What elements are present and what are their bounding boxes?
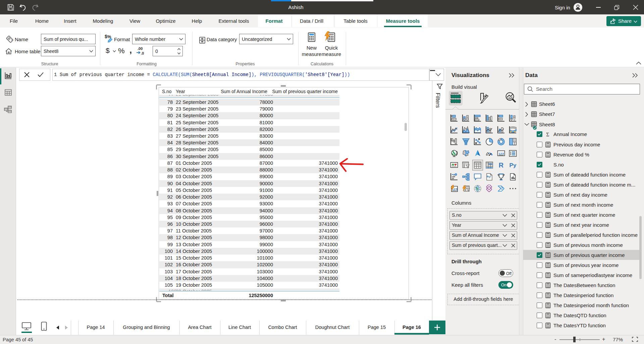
svg-text:Σ: Σ [546, 132, 549, 137]
svg-text:123: 123 [498, 152, 504, 155]
svg-text:Py: Py [509, 162, 517, 168]
svg-text:.0: .0 [141, 51, 144, 55]
svg-text:R: R [499, 161, 504, 169]
svg-text:.00: .00 [138, 47, 143, 51]
